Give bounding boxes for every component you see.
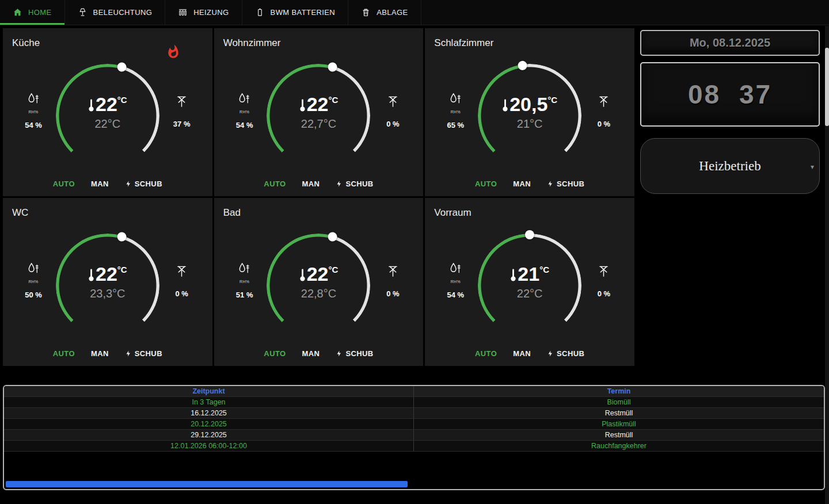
set-temperature: 22 bbox=[96, 94, 117, 114]
man-button[interactable]: MAN bbox=[91, 349, 109, 358]
thermometer-icon bbox=[299, 268, 306, 282]
valve-icon bbox=[596, 265, 611, 278]
man-button[interactable]: MAN bbox=[302, 349, 320, 358]
tab-label: BWM BATTERIEN bbox=[271, 8, 336, 17]
set-temperature: 21 bbox=[518, 264, 539, 284]
temperature-gauge[interactable]: 22 °C 23,3°C bbox=[56, 234, 159, 337]
actual-temperature: 23,3°C bbox=[90, 287, 125, 300]
thermometer-icon bbox=[88, 98, 94, 112]
gauge-center: 22 °C 22°C bbox=[56, 60, 159, 164]
battery-icon bbox=[255, 7, 265, 17]
auto-button[interactable]: AUTO bbox=[264, 349, 286, 358]
zeitpunkt-cell: 20.12.2025 bbox=[4, 419, 414, 429]
temperature-gauge[interactable]: 22 °C 22°C bbox=[56, 64, 159, 167]
valve-block: 0 % bbox=[587, 265, 621, 298]
thermometer-icon bbox=[88, 268, 94, 282]
room-title: Vorraum bbox=[434, 207, 471, 219]
zeitpunkt-cell: 16.12.2025 bbox=[4, 408, 414, 418]
column-header-termin: Termin bbox=[414, 386, 824, 396]
thermometer-icon bbox=[510, 268, 516, 282]
set-temperature-unit: °C bbox=[539, 265, 549, 274]
rh-label: RH% bbox=[228, 280, 261, 284]
flame-icon bbox=[166, 43, 181, 60]
gauge-center: 22 °C 23,3°C bbox=[56, 230, 159, 334]
date-text: Mo, 08.12.2025 bbox=[690, 36, 770, 49]
schub-label: SCHUB bbox=[135, 180, 162, 188]
humidity-icon bbox=[238, 262, 251, 277]
actual-temperature: 22,7°C bbox=[301, 117, 336, 131]
man-button[interactable]: MAN bbox=[302, 180, 320, 188]
room-card: Bad RH% 51 % 22 bbox=[214, 198, 424, 366]
date-display: Mo, 08.12.2025 bbox=[640, 30, 820, 56]
thermometer-icon bbox=[502, 98, 508, 112]
tab-label: HEIZUNG bbox=[193, 8, 229, 17]
humidity-icon bbox=[449, 93, 462, 107]
auto-button[interactable]: AUTO bbox=[475, 349, 497, 358]
table-row: In 3 Tagen Biomüll bbox=[4, 397, 824, 408]
tab-home[interactable]: HOME bbox=[0, 0, 65, 25]
humidity-value: 54 % bbox=[228, 121, 261, 129]
set-temperature-unit: °C bbox=[117, 95, 127, 105]
man-button[interactable]: MAN bbox=[91, 180, 109, 188]
actual-temperature: 22°C bbox=[94, 117, 120, 131]
page-scrollbar-thumb[interactable] bbox=[825, 48, 829, 126]
valve-icon bbox=[174, 95, 189, 108]
humidity-value: 65 % bbox=[439, 121, 472, 129]
humidity-block: RH% 50 % bbox=[17, 262, 50, 299]
man-button[interactable]: MAN bbox=[513, 349, 531, 358]
valve-icon bbox=[596, 95, 611, 108]
humidity-icon bbox=[449, 262, 462, 277]
gauge-center: 22 °C 22,8°C bbox=[267, 230, 370, 334]
smart-home-dashboard: HOME BELEUCHTUNG HEIZUNG BWM BATTERIEN A… bbox=[0, 0, 829, 490]
schub-button[interactable]: SCHUB bbox=[125, 349, 162, 358]
valve-icon bbox=[386, 95, 400, 108]
set-temperature: 20,5 bbox=[509, 94, 547, 114]
auto-button[interactable]: AUTO bbox=[475, 180, 497, 188]
room-title: Küche bbox=[12, 37, 40, 49]
schub-button[interactable]: SCHUB bbox=[547, 180, 584, 188]
schedule-table-header: Zeitpunkt Termin bbox=[4, 386, 824, 397]
tab-ablage[interactable]: ABLAGE bbox=[348, 0, 421, 25]
schub-button[interactable]: SCHUB bbox=[336, 180, 373, 188]
schub-button[interactable]: SCHUB bbox=[336, 349, 373, 358]
humidity-icon bbox=[27, 93, 40, 107]
tab-bwm-batterien[interactable]: BWM BATTERIEN bbox=[242, 0, 349, 25]
top-nav: HOME BELEUCHTUNG HEIZUNG BWM BATTERIEN A… bbox=[0, 0, 829, 25]
room-title: Wohnzimmer bbox=[223, 37, 281, 49]
humidity-block: RH% 54 % bbox=[228, 93, 261, 129]
schub-label: SCHUB bbox=[345, 349, 373, 358]
man-button[interactable]: MAN bbox=[513, 180, 531, 188]
room-title: WC bbox=[12, 207, 28, 219]
temperature-gauge[interactable]: 22 °C 22,7°C bbox=[267, 64, 370, 167]
schub-button[interactable]: SCHUB bbox=[125, 180, 162, 188]
temperature-gauge[interactable]: 20,5 °C 21°C bbox=[478, 64, 581, 167]
tab-beleuchtung[interactable]: BELEUCHTUNG bbox=[65, 0, 166, 25]
mode-buttons: AUTO MAN SCHUB bbox=[425, 349, 634, 358]
valve-block: 0 % bbox=[376, 95, 409, 128]
set-temperature-unit: °C bbox=[328, 265, 338, 274]
temperature-gauge[interactable]: 21 °C 22°C bbox=[478, 234, 581, 337]
auto-button[interactable]: AUTO bbox=[264, 180, 286, 188]
room-title: Schlafzimmer bbox=[434, 37, 493, 49]
table-row: 20.12.2025 Plastikmüll bbox=[4, 419, 824, 430]
humidity-icon bbox=[27, 262, 40, 277]
termin-cell: Restmüll bbox=[414, 408, 824, 418]
schedule-table-body: In 3 Tagen Biomüll 16.12.2025 Restmüll 2… bbox=[4, 397, 824, 452]
time-text: 08 37 bbox=[688, 79, 772, 110]
humidity-block: RH% 51 % bbox=[228, 262, 261, 299]
heating-mode-selector[interactable]: Heizbetrieb ▾ bbox=[640, 138, 820, 194]
table-horizontal-scrollbar-thumb[interactable] bbox=[6, 481, 408, 487]
schub-label: SCHUB bbox=[557, 349, 584, 358]
schub-button[interactable]: SCHUB bbox=[547, 349, 584, 358]
auto-button[interactable]: AUTO bbox=[53, 349, 75, 358]
humidity-value: 51 % bbox=[228, 291, 261, 299]
temperature-gauge[interactable]: 22 °C 22,8°C bbox=[267, 234, 370, 337]
main-content: Küche RH% 54 % 22 bbox=[0, 25, 829, 366]
room-card: Küche RH% 54 % 22 bbox=[3, 28, 212, 196]
tab-heizung[interactable]: HEIZUNG bbox=[165, 0, 242, 25]
gauge-center: 22 °C 22,7°C bbox=[267, 60, 370, 164]
schub-label: SCHUB bbox=[135, 349, 162, 358]
auto-button[interactable]: AUTO bbox=[53, 180, 75, 188]
page-scrollbar[interactable] bbox=[825, 26, 829, 504]
lightning-bolt-icon bbox=[125, 180, 132, 188]
